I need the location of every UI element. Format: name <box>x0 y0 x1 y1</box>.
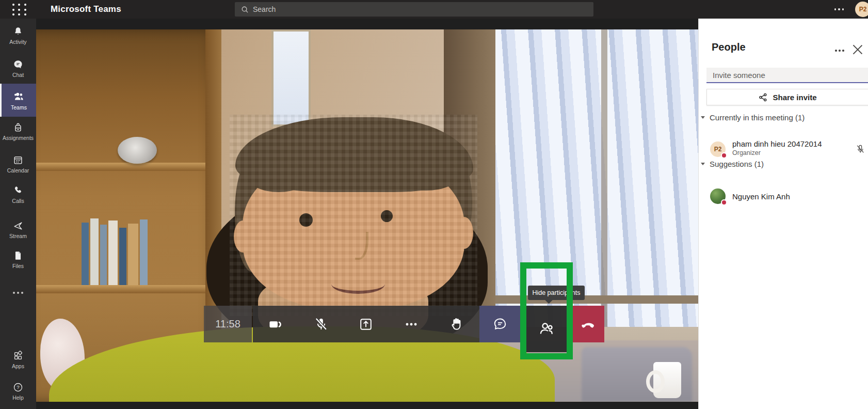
chevron-down-icon <box>701 116 705 119</box>
section-header-suggestions[interactable]: Suggestions (1) <box>701 160 764 168</box>
window-frame-horizontal <box>495 295 698 304</box>
section-header-current-meeting[interactable]: Currently in this meeting (1) <box>701 113 805 122</box>
profile-avatar[interactable]: P2 <box>855 2 868 17</box>
sidebar-item-activity[interactable]: Activity <box>0 26 36 45</box>
white-mug <box>653 362 681 398</box>
show-hide-participants-button[interactable] <box>526 306 567 352</box>
shelf-board <box>36 163 221 171</box>
search-icon <box>241 6 249 13</box>
decorative-plate <box>118 137 157 164</box>
hang-up-icon <box>581 317 597 332</box>
raise-hand-button[interactable] <box>434 306 479 342</box>
window-frame-vertical <box>601 29 607 334</box>
avatar-eye <box>381 210 393 222</box>
presence-busy-dot <box>721 152 727 159</box>
sidebar-item-label: Calls <box>12 198 24 204</box>
sidebar-item-label: Assignments <box>3 135 34 141</box>
sidebar-more-apps-icon[interactable] <box>0 289 36 296</box>
topbar-more-icon[interactable] <box>832 5 846 13</box>
sidebar-item-label: Help <box>12 395 24 401</box>
sidebar-item-chat[interactable]: Chat <box>0 59 36 78</box>
participant-muted-mic-icon <box>855 144 866 155</box>
teams-people-icon <box>13 90 25 103</box>
sidebar-item-calendar[interactable]: Calendar <box>0 154 36 174</box>
meeting-control-bar <box>253 306 479 342</box>
sidebar-item-apps[interactable]: Apps <box>0 350 36 369</box>
top-bar: Microsoft Teams P2 <box>0 0 868 19</box>
sidebar-item-label: Chat <box>12 72 24 78</box>
mic-muted-icon <box>313 316 329 333</box>
bell-icon <box>12 26 24 37</box>
chat-bubble-icon <box>12 59 24 70</box>
suggestion-name: Nguyen Kim Anh <box>732 192 790 201</box>
share-screen-button[interactable] <box>344 306 389 342</box>
app-title: Microsoft Teams <box>51 4 121 14</box>
people-panel-close-icon[interactable] <box>853 43 863 54</box>
sidebar-item-label: Calendar <box>7 167 29 174</box>
sidebar-item-label: Apps <box>12 363 24 369</box>
avatar-eye <box>299 213 313 227</box>
section-label: Suggestions (1) <box>710 160 764 168</box>
app-sidebar: Activity Chat Teams Assignments Calendar… <box>0 19 36 409</box>
participant-row[interactable]: P2 pham dinh hieu 20472014 Organizer <box>710 135 865 158</box>
sidebar-item-help[interactable]: ? Help <box>0 382 36 401</box>
sidebar-item-assignments[interactable]: Assignments <box>0 122 36 141</box>
backpack-icon <box>12 122 24 133</box>
invite-someone-input[interactable] <box>706 68 868 83</box>
people-panel: People Share invite Currently in this me… <box>698 19 868 409</box>
raise-hand-icon <box>448 316 465 333</box>
phone-icon <box>12 185 24 196</box>
meeting-chat-button[interactable] <box>479 306 520 342</box>
more-actions-icon <box>404 317 419 332</box>
svg-text:?: ? <box>17 384 19 390</box>
avatar-mouth <box>331 274 385 294</box>
sidebar-item-stream[interactable]: Stream <box>0 220 36 239</box>
chevron-down-icon <box>701 163 705 165</box>
search-input[interactable] <box>253 5 562 13</box>
window-blinds <box>495 29 698 334</box>
participants-icon <box>537 320 556 338</box>
more-actions-button[interactable] <box>389 306 434 342</box>
sidebar-item-label: Teams <box>11 104 27 111</box>
sidebar-item-label: Files <box>12 263 24 269</box>
sidebar-item-files[interactable]: Files <box>0 250 36 269</box>
search-bar[interactable] <box>235 2 593 17</box>
sidebar-item-teams[interactable]: Teams <box>0 84 36 117</box>
document-icon <box>12 250 24 261</box>
share-screen-icon <box>358 317 374 332</box>
books <box>82 214 169 290</box>
sidebar-item-label: Stream <box>9 233 27 239</box>
app-launcher-waffle-icon[interactable] <box>12 4 28 17</box>
avatar-hair-curl <box>248 161 310 192</box>
stream-play-icon <box>12 220 24 231</box>
hang-up-button[interactable] <box>573 306 604 342</box>
meeting-chat-icon <box>492 316 508 333</box>
people-panel-title: People <box>712 41 746 53</box>
participant-name: pham dinh hieu 20472014 <box>732 139 822 148</box>
share-invite-icon <box>758 92 768 102</box>
small-window <box>271 29 311 127</box>
meeting-timer: 11:58 <box>204 306 252 342</box>
people-panel-more-icon[interactable] <box>833 47 846 54</box>
sidebar-item-calls[interactable]: Calls <box>0 185 36 204</box>
shelf-board <box>36 285 221 293</box>
section-label: Currently in this meeting (1) <box>710 113 805 122</box>
participant-video-feed: 11:58 Hide participants <box>36 29 698 402</box>
presence-busy-dot <box>721 199 727 206</box>
camera-toggle-button[interactable] <box>253 306 298 342</box>
share-invite-label: Share invite <box>773 93 816 102</box>
calendar-icon <box>12 154 24 166</box>
tooltip: Hide participants <box>528 286 585 300</box>
mic-mute-button[interactable] <box>298 306 344 342</box>
camera-icon <box>268 317 283 332</box>
participant-role: Organizer <box>732 149 761 156</box>
share-invite-button[interactable]: Share invite <box>706 89 868 105</box>
help-icon: ? <box>12 382 24 393</box>
apps-grid-icon <box>12 350 24 361</box>
sidebar-item-label: Activity <box>9 39 26 45</box>
avatar-hair-curl <box>392 159 459 191</box>
suggestion-row[interactable]: Nguyen Kim Anh <box>710 185 865 208</box>
